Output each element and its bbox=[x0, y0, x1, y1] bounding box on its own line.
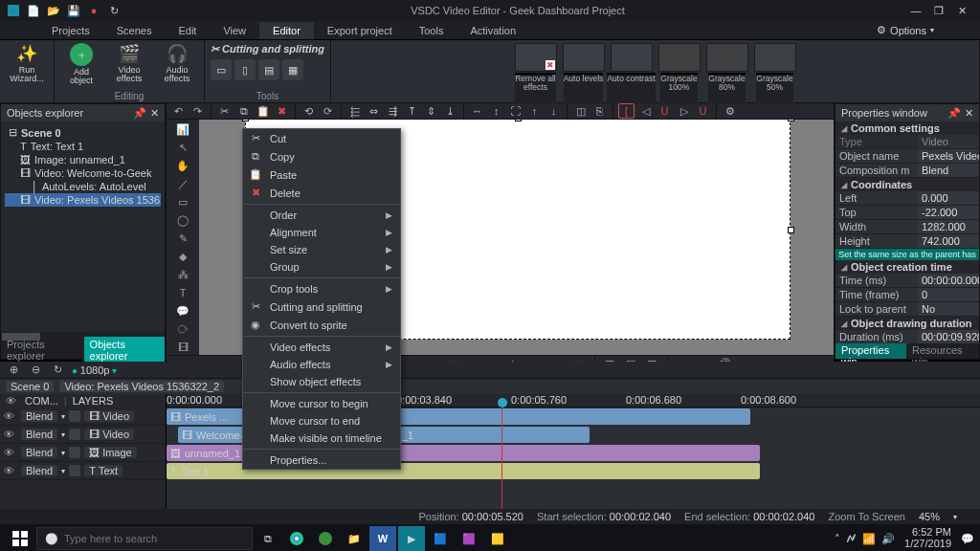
tree-video1[interactable]: 🎞Video: Welcome-to-Geek bbox=[5, 166, 161, 180]
taskbar-search[interactable]: ⚪ bbox=[36, 527, 253, 550]
tool-link[interactable]: ⎘ bbox=[591, 103, 608, 119]
tool-fullw[interactable]: ↔ bbox=[469, 103, 485, 119]
tool-hand[interactable]: ✋ bbox=[175, 158, 190, 173]
tool-align-l[interactable]: ⬱ bbox=[346, 103, 363, 119]
tool-counter[interactable]: ⧂ bbox=[175, 321, 190, 337]
ctx-cursor-end[interactable]: Move cursor to end bbox=[243, 412, 400, 430]
tool-valign-m[interactable]: ⇕ bbox=[423, 103, 439, 119]
start-button[interactable] bbox=[6, 526, 34, 551]
tray-battery-icon[interactable]: 🗲 bbox=[846, 533, 857, 544]
task-explorer[interactable]: 📁 bbox=[341, 526, 368, 551]
task-utorrent[interactable] bbox=[312, 526, 339, 551]
pin-icon[interactable]: 📌 bbox=[133, 107, 146, 120]
tool-rotate-cw[interactable]: ⟳ bbox=[320, 103, 336, 119]
tool-btn-4[interactable]: ▦ bbox=[282, 59, 303, 80]
tab-objects-explorer[interactable]: Objects explorer bbox=[84, 337, 165, 364]
prop-comp-v[interactable]: Blend bbox=[918, 164, 979, 177]
prop-width-v[interactable]: 1282.000 bbox=[918, 220, 979, 233]
action-same-size[interactable]: Set the same size as the parent has bbox=[835, 249, 979, 260]
tool-prev-key[interactable]: ◁ bbox=[637, 103, 654, 119]
tool-spray[interactable]: ⁂ bbox=[175, 267, 190, 282]
new-icon[interactable]: 📄 bbox=[26, 3, 41, 18]
tree-autolevels[interactable]: │AutoLevels: AutoLevel bbox=[5, 180, 161, 193]
layers-tab-com[interactable]: COM... bbox=[25, 395, 58, 407]
ctx-copy[interactable]: ⧉Copy bbox=[243, 147, 400, 165]
handle-mr[interactable] bbox=[788, 227, 794, 233]
layers-tab-layers[interactable]: LAYERS bbox=[73, 395, 114, 407]
prop-timefr-v[interactable]: 0 bbox=[918, 288, 979, 301]
tray-volume-icon[interactable]: 🔊 bbox=[881, 533, 895, 545]
tool-bracket-l[interactable]: [ bbox=[618, 103, 635, 119]
close-panel-icon[interactable]: ✕ bbox=[965, 107, 973, 120]
tool-ellipse[interactable]: ◯ bbox=[175, 212, 190, 228]
refresh-icon[interactable]: ↻ bbox=[106, 3, 122, 18]
ctx-audio-effects[interactable]: Audio effects▶ bbox=[243, 356, 400, 373]
tray-notifications-icon[interactable]: 💬 bbox=[961, 533, 974, 545]
close-button[interactable]: ✕ bbox=[955, 5, 969, 17]
status-zoom-dropdown[interactable]: ▾ bbox=[953, 513, 957, 521]
tab-properties[interactable]: Properties win... bbox=[835, 343, 906, 359]
crumb-video[interactable]: Video: Pexels Videos 1536322_2 bbox=[59, 381, 224, 392]
props-common-hdr[interactable]: Common settings bbox=[835, 121, 979, 135]
tool-chart[interactable]: 📊 bbox=[175, 121, 190, 137]
tool-crop[interactable]: ◫ bbox=[572, 103, 589, 119]
menu-tools[interactable]: Tools bbox=[406, 22, 457, 39]
task-app1[interactable]: 🟦 bbox=[427, 526, 454, 551]
open-icon[interactable]: 📂 bbox=[46, 3, 61, 18]
tl-refresh[interactable]: ↻ bbox=[50, 363, 66, 378]
tray-wifi-icon[interactable]: 📶 bbox=[862, 533, 876, 545]
tool-tooltip[interactable]: 💬 bbox=[175, 303, 190, 319]
task-chrome[interactable] bbox=[283, 526, 310, 551]
tool-fit[interactable]: ⛶ bbox=[507, 103, 523, 119]
tool-copy[interactable]: ⧉ bbox=[235, 103, 252, 119]
task-view-icon[interactable]: ⧉ bbox=[255, 526, 281, 551]
cutting-splitting-header[interactable]: ✂ Cutting and splitting bbox=[211, 43, 324, 55]
ctx-order[interactable]: Order▶ bbox=[243, 207, 400, 224]
menu-scenes[interactable]: Scenes bbox=[103, 22, 166, 39]
props-coord-hdr[interactable]: Coordinates bbox=[835, 178, 979, 191]
record-icon[interactable]: ● bbox=[86, 3, 101, 18]
tool-text[interactable]: T bbox=[175, 285, 190, 300]
ctx-make-visible[interactable]: Make visible on timeline bbox=[243, 430, 400, 447]
ctx-cursor-begin[interactable]: Move cursor to begin bbox=[243, 395, 400, 412]
options-button[interactable]: ⚙Options▾ bbox=[877, 24, 942, 36]
tl-zoom-in[interactable]: ⊕ bbox=[6, 363, 22, 378]
tab-projects-explorer[interactable]: Projects explorer bbox=[1, 337, 84, 364]
ctx-convert-sprite[interactable]: ◉Convert to sprite bbox=[243, 316, 400, 334]
ctx-paste[interactable]: 📋Paste bbox=[243, 165, 400, 184]
ctx-crop-tools[interactable]: Crop tools▶ bbox=[243, 280, 400, 298]
tool-align-c[interactable]: ⇔ bbox=[366, 103, 382, 119]
minimize-button[interactable]: — bbox=[909, 5, 923, 17]
track-row-3[interactable]: 👁Blend▾TText bbox=[0, 462, 166, 480]
tree-video2[interactable]: 🎞Video: Pexels Videos 1536 bbox=[5, 193, 161, 207]
tool-rotate-ccw[interactable]: ⟲ bbox=[301, 103, 317, 119]
eye-icon[interactable]: 👁 bbox=[6, 395, 19, 407]
ctx-set-size[interactable]: Set size▶ bbox=[243, 241, 400, 258]
save-icon[interactable]: 💾 bbox=[66, 3, 81, 18]
search-input[interactable] bbox=[64, 533, 244, 544]
ctx-alignment[interactable]: Alignment▶ bbox=[243, 224, 400, 241]
tool-delete[interactable]: ✖ bbox=[274, 103, 290, 119]
close-panel-icon[interactable]: ✕ bbox=[150, 107, 159, 120]
prop-left-v[interactable]: 0.000 bbox=[918, 191, 979, 205]
tool-video[interactable]: 🎞 bbox=[175, 340, 190, 355]
tool-rect[interactable]: ▭ bbox=[175, 194, 190, 209]
status-zoom-value[interactable]: 45% bbox=[919, 511, 940, 522]
track-row-0[interactable]: 👁Blend▾🎞Video bbox=[0, 408, 166, 426]
task-app3[interactable]: 🟨 bbox=[484, 526, 511, 551]
tl-zoom-out[interactable]: ⊖ bbox=[28, 363, 44, 378]
audio-effects-button[interactable]: 🎧Audio effects bbox=[156, 43, 198, 85]
pin-icon[interactable]: 📌 bbox=[947, 107, 961, 120]
tool-btn-1[interactable]: ▭ bbox=[211, 59, 232, 80]
crumb-scene[interactable]: Scene 0 bbox=[6, 381, 54, 392]
tool-btn-3[interactable]: ▤ bbox=[258, 59, 279, 80]
ctx-video-effects[interactable]: Video effects▶ bbox=[243, 339, 400, 356]
tool-pen[interactable]: ✎ bbox=[175, 231, 190, 246]
ctx-show-effects[interactable]: Show object effects bbox=[243, 373, 400, 390]
tool-line[interactable]: ／ bbox=[175, 176, 190, 191]
menu-projects[interactable]: Projects bbox=[38, 22, 103, 39]
menu-edit[interactable]: Edit bbox=[165, 22, 210, 39]
tool-undo[interactable]: ↶ bbox=[170, 103, 187, 119]
run-wizard-button[interactable]: ✨ Run Wizard... bbox=[6, 43, 48, 83]
tool-cursor[interactable]: ↖ bbox=[175, 140, 190, 155]
